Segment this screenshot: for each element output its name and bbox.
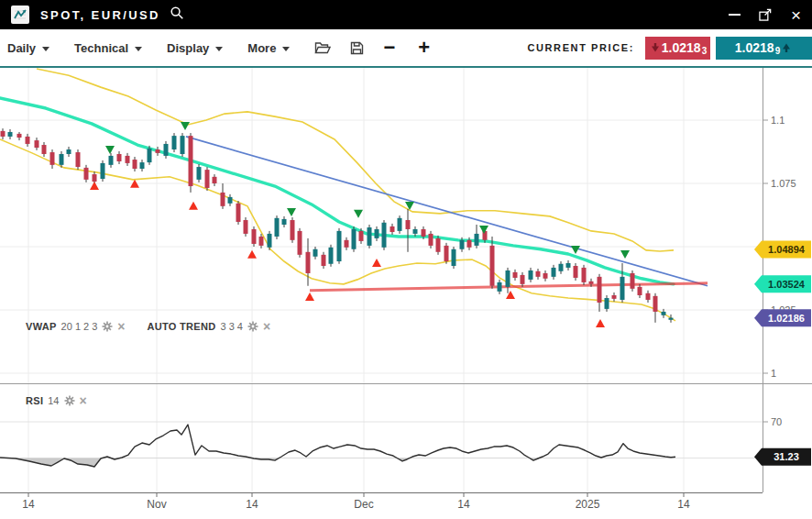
current-price-label: CURRENT PRICE: (527, 42, 634, 53)
candle (126, 156, 130, 163)
candle (101, 163, 105, 179)
auto-trend-legend-name: AUTO TREND (148, 321, 216, 332)
settings-gear-icon[interactable] (102, 321, 113, 332)
candle (205, 170, 210, 188)
chevron-down-icon (42, 47, 49, 51)
candle (117, 154, 122, 161)
rsi-legend-params: 14 (48, 395, 59, 406)
candle (536, 271, 541, 277)
popout-icon[interactable] (759, 8, 773, 21)
candle (306, 252, 311, 273)
candle (390, 226, 395, 232)
candle (282, 219, 287, 225)
candle (589, 282, 594, 284)
time-axis-label: 14 (677, 498, 690, 511)
current-price-area: CURRENT PRICE: 1.02183 1.02189 (527, 37, 812, 60)
save-icon[interactable] (350, 41, 364, 55)
rsi-legend-name: RSI (26, 395, 43, 406)
remove-indicator-icon[interactable]: × (263, 320, 270, 333)
candle (429, 234, 433, 246)
candle (398, 218, 402, 231)
candle (513, 272, 518, 278)
ask-price-value: 1.0218 (735, 40, 774, 55)
menu-technical[interactable]: Technical (74, 41, 142, 55)
candle (172, 136, 177, 149)
time-axis-label: Dec (354, 498, 373, 511)
time-axis-label: 14 (457, 498, 470, 511)
indicator-legend-rsi: RSI 14 × (26, 394, 87, 407)
band-upper-line (37, 69, 674, 251)
candle (268, 234, 272, 248)
candle (252, 229, 257, 244)
candle (17, 134, 22, 138)
candle (84, 168, 89, 180)
sell-signal-icon (354, 210, 363, 218)
ask-price-badge: 1.02189 (716, 37, 812, 60)
price-axis-label: 1 (771, 368, 776, 379)
rsi-axis-label: 70 (771, 416, 782, 427)
chart-toolbar: Daily Technical Display More − + CURRENT… (0, 29, 812, 66)
candle (259, 237, 264, 246)
candle (93, 174, 97, 182)
buy-signal-icon (189, 202, 198, 210)
candle (213, 177, 217, 183)
menu-display[interactable]: Display (167, 41, 223, 55)
candle (460, 240, 465, 249)
candle (475, 234, 479, 246)
candle (197, 167, 202, 180)
candle (109, 156, 114, 165)
candle (189, 136, 193, 186)
price-tag-vwap-label: 1.03524 (768, 279, 806, 290)
settings-gear-icon[interactable] (247, 321, 258, 332)
zoom-out-button[interactable]: − (383, 39, 395, 56)
candle (566, 263, 571, 268)
arrow-down-icon (652, 43, 659, 52)
window-controls: × (729, 6, 801, 24)
candle (275, 218, 280, 237)
open-layout-folder-icon[interactable] (314, 41, 331, 55)
menu-more[interactable]: More (247, 41, 290, 55)
candle (322, 255, 326, 266)
buy-signal-icon (305, 293, 314, 301)
vwap-legend-name: VWAP (26, 321, 57, 332)
zoom-in-button[interactable]: + (418, 39, 430, 56)
candle (638, 287, 642, 295)
candle (244, 220, 248, 234)
price-axis-label: 1.1 (771, 115, 785, 126)
sell-signal-icon (105, 146, 115, 154)
candle (620, 277, 625, 300)
chevron-down-icon (135, 47, 142, 51)
price-chart[interactable]: 1.11.0751.051.02517014Nov14Dec142025141.… (0, 68, 812, 519)
close-icon[interactable]: × (791, 6, 801, 24)
candle (506, 271, 510, 287)
candle (221, 193, 225, 206)
candle (490, 246, 495, 286)
candle (368, 227, 372, 246)
candle (552, 268, 556, 277)
candle (50, 152, 55, 165)
arrow-up-icon (783, 43, 790, 52)
candle (156, 149, 160, 153)
candle (436, 238, 441, 252)
candle (669, 318, 674, 320)
candle (382, 223, 387, 248)
candle (35, 140, 39, 148)
time-axis-label: 14 (246, 498, 258, 511)
search-icon[interactable] (170, 6, 184, 24)
buy-signal-icon (247, 250, 257, 259)
rsi-line[interactable] (0, 425, 675, 467)
candle (148, 149, 152, 162)
settings-gear-icon[interactable] (64, 395, 75, 406)
candle (582, 268, 587, 282)
remove-indicator-icon[interactable]: × (117, 320, 125, 333)
minimize-icon[interactable] (729, 14, 741, 16)
sell-signal-icon (181, 122, 190, 130)
sell-signal-icon (571, 246, 580, 254)
candle (291, 220, 295, 240)
menu-interval[interactable]: Daily (7, 41, 49, 55)
remove-indicator-icon[interactable]: × (80, 394, 87, 407)
price-tag-close-label: 1.02186 (768, 313, 805, 324)
candle (133, 160, 137, 169)
candle (337, 231, 342, 261)
candle (236, 204, 241, 222)
